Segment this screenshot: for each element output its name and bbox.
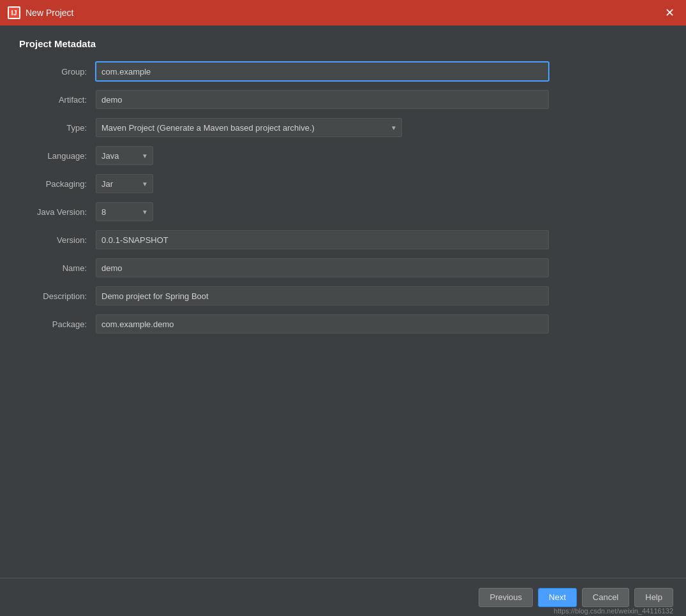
dialog-content: Project Metadata Group: Artifact: Type: … — [0, 26, 686, 578]
type-row: Type: Maven Project (Generate a Maven ba… — [19, 118, 667, 137]
footer-url: https://blog.csdn.net/weixin_44116132 — [554, 607, 673, 615]
java-version-select-wrapper: 8 11 17 21 ▼ — [96, 202, 153, 221]
language-select[interactable]: Java Kotlin Groovy — [96, 146, 153, 165]
help-button[interactable]: Help — [634, 588, 673, 607]
packaging-select-wrapper: Jar War ▼ — [96, 174, 153, 193]
description-input[interactable] — [96, 286, 549, 305]
type-select[interactable]: Maven Project (Generate a Maven based pr… — [96, 118, 402, 137]
type-label: Type: — [19, 123, 96, 133]
close-button[interactable]: ✕ — [660, 4, 678, 22]
version-input[interactable] — [96, 230, 549, 249]
section-title: Project Metadata — [19, 38, 667, 49]
name-input[interactable] — [96, 258, 549, 277]
java-version-select[interactable]: 8 11 17 21 — [96, 202, 153, 221]
description-row: Description: — [19, 286, 667, 305]
app-icon: IJ — [8, 6, 20, 19]
version-label: Version: — [19, 235, 96, 245]
group-input[interactable] — [96, 62, 549, 81]
group-row: Group: — [19, 62, 667, 81]
java-version-row: Java Version: 8 11 17 21 ▼ — [19, 202, 667, 221]
artifact-row: Artifact: — [19, 90, 667, 109]
dialog-footer: Previous Next Cancel Help https://blog.c… — [0, 578, 686, 616]
language-label: Language: — [19, 151, 96, 161]
artifact-label: Artifact: — [19, 95, 96, 105]
new-project-dialog: IJ New Project ✕ Project Metadata Group:… — [0, 0, 686, 616]
package-row: Package: — [19, 314, 667, 334]
title-bar: IJ New Project ✕ — [0, 0, 686, 26]
type-select-wrapper: Maven Project (Generate a Maven based pr… — [96, 118, 402, 137]
version-row: Version: — [19, 230, 667, 249]
name-label: Name: — [19, 263, 96, 273]
language-select-wrapper: Java Kotlin Groovy ▼ — [96, 146, 153, 165]
artifact-input[interactable] — [96, 90, 549, 109]
package-label: Package: — [19, 319, 96, 329]
java-version-label: Java Version: — [19, 207, 96, 217]
dialog-title: New Project — [26, 8, 73, 18]
group-label: Group: — [19, 67, 96, 77]
cancel-button[interactable]: Cancel — [582, 588, 629, 607]
title-bar-left: IJ New Project — [8, 6, 73, 19]
packaging-label: Packaging: — [19, 179, 96, 189]
name-row: Name: — [19, 258, 667, 277]
next-button[interactable]: Next — [538, 588, 577, 607]
packaging-row: Packaging: Jar War ▼ — [19, 174, 667, 193]
package-input[interactable] — [96, 314, 549, 334]
description-label: Description: — [19, 291, 96, 301]
previous-button[interactable]: Previous — [479, 588, 533, 607]
packaging-select[interactable]: Jar War — [96, 174, 153, 193]
language-row: Language: Java Kotlin Groovy ▼ — [19, 146, 667, 165]
